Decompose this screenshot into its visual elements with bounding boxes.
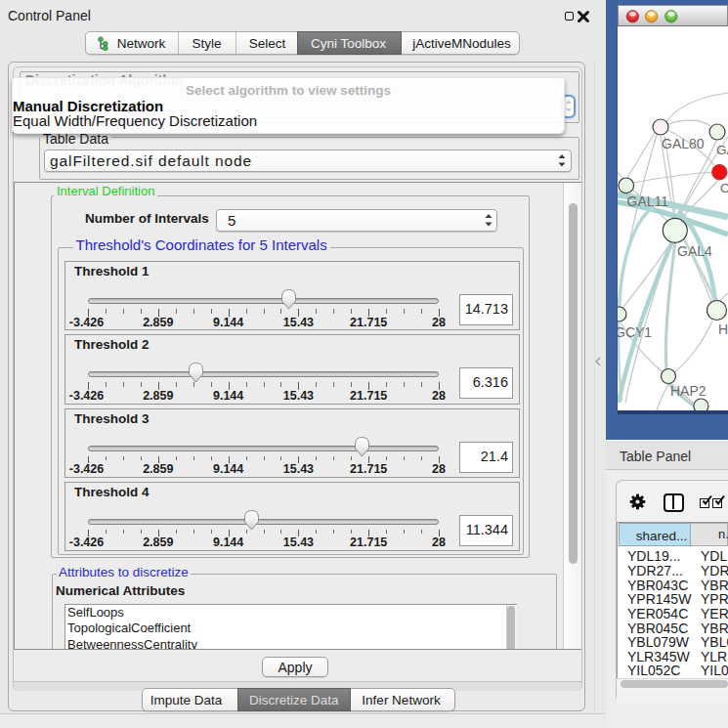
svg-text:GCY1: GCY1 xyxy=(618,324,652,340)
svg-text:GAL80: GAL80 xyxy=(662,136,705,151)
svg-text:GAL4: GAL4 xyxy=(677,243,712,259)
svg-text:C: C xyxy=(720,181,728,195)
svg-text:H: H xyxy=(718,321,728,337)
svg-text:GAL11: GAL11 xyxy=(627,193,669,209)
svg-text:HAP2: HAP2 xyxy=(670,383,707,399)
svg-text:GA: GA xyxy=(716,143,728,157)
